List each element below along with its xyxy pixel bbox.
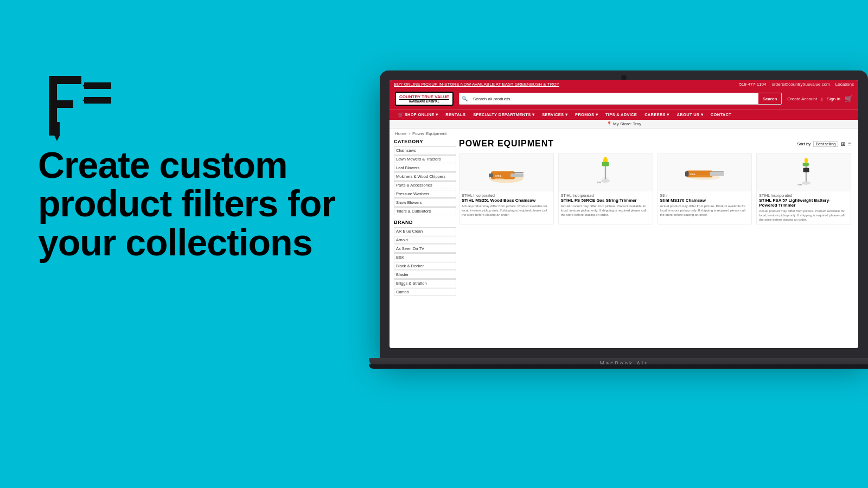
nav-about[interactable]: ABOUT US ▾	[674, 110, 706, 120]
svg-text:STIHL: STIHL	[495, 175, 502, 177]
breadcrumb: Home › Power Equipment	[390, 129, 858, 139]
brand-bk[interactable]: B&K	[394, 253, 456, 261]
filter-tillers[interactable]: Tillers & Cultivators	[394, 207, 456, 215]
brand-blaster[interactable]: Blaster	[394, 271, 456, 279]
breadcrumb-home[interactable]: Home	[395, 131, 406, 136]
laptop-camera	[621, 75, 627, 80]
svg-rect-26	[712, 171, 724, 172]
product-name-4: STIHL FSA 57 Lightweight Battery-Powered…	[759, 198, 848, 208]
svg-point-22	[601, 179, 610, 182]
product-image-4: STIHL	[757, 153, 851, 191]
sidebar: CATEGORY Chainsaws Lawn Mowers & Tractor…	[394, 139, 456, 300]
nav-careers[interactable]: CAREERS ▾	[641, 110, 672, 120]
product-name-1: STIHL MS251 Wood Boss Chainsaw	[462, 198, 551, 203]
sort-select[interactable]: Best selling	[813, 141, 838, 147]
chainsaw2-img: STIHL	[683, 156, 726, 189]
svg-marker-8	[54, 134, 60, 141]
filter-parts[interactable]: Parts & Accessories	[394, 181, 456, 189]
svg-point-34	[802, 181, 810, 184]
svg-rect-33	[803, 168, 809, 172]
products-grid: STIHL WoodBoss STIHL Incorporated STIHL …	[459, 153, 851, 224]
product-card-2[interactable]: STIHL STIHL Incorporated STIHL FS 56RCE …	[558, 153, 653, 224]
svg-rect-9	[84, 82, 111, 89]
svg-text:STIHL: STIHL	[690, 173, 696, 176]
main-content: POWER EQUIPMENT Sort by Best selling ⊞ ≡	[456, 139, 854, 300]
search-button[interactable]: Search	[758, 93, 782, 104]
email-address: orders@countrytruevalue.com	[771, 82, 829, 87]
product-desc-3: Actual product may differ from picture. …	[660, 204, 750, 217]
product-brand-2: STIHL Incorporated	[561, 194, 650, 197]
svg-point-29	[690, 175, 720, 180]
filter-lawn-mowers[interactable]: Lawn Mowers & Tractors	[394, 155, 456, 163]
nav-rentals[interactable]: RENTALS	[442, 110, 469, 120]
breadcrumb-category: Power Equipment	[412, 131, 446, 136]
product-brand-4: STIHL Incorporated	[759, 194, 848, 197]
svg-rect-13	[510, 174, 524, 177]
trimmer-img: STIHL	[584, 156, 627, 189]
navigation-bar: 🛒 SHOP ONLINE ▾ RENTALS SPECIALTY DEPART…	[390, 109, 858, 120]
product-info-1: STIHL Incorporated STIHL MS251 Wood Boss…	[459, 191, 553, 219]
filter-pressure-washers[interactable]: Pressure Washers	[394, 190, 456, 198]
grid-view-icon[interactable]: ⊞	[841, 141, 845, 147]
brand-camco[interactable]: Camco	[394, 288, 456, 296]
product-name-2: STIHL FS 56RCE Gas String Trimmer	[561, 198, 650, 203]
header-right: Create Account | Sign In 🛒	[787, 95, 853, 102]
brand-as-seen[interactable]: As Seen On TV	[394, 245, 456, 253]
svg-rect-10	[84, 97, 111, 104]
svg-point-31	[804, 158, 807, 163]
website-content: BUY ONLINE PICKUP IN-STORE NOW AVAILABLE…	[390, 80, 858, 348]
product-name-3: Stihl MS170 Chainsaw	[660, 198, 750, 203]
product-desc-4: Actual product may differ from picture. …	[759, 209, 848, 222]
laptop-body: BUY ONLINE PICKUP IN-STORE NOW AVAILABLE…	[380, 70, 868, 358]
svg-rect-27	[685, 171, 688, 177]
brand-ar-blue[interactable]: AR Blue Clean	[394, 227, 456, 235]
svg-rect-21	[602, 162, 609, 166]
filter-logo-icon	[38, 70, 141, 144]
laptop-mockup: BUY ONLINE PICKUP IN-STORE NOW AVAILABLE…	[380, 70, 868, 385]
svg-rect-1	[49, 76, 81, 84]
nav-promos[interactable]: PROMOS ▾	[572, 110, 601, 120]
site-header: Country True Value HARDWARE & RENTAL 🔍 S…	[390, 88, 858, 109]
laptop-bottom-bar	[369, 364, 868, 369]
brand-briggs[interactable]: Briggs & Stratton	[394, 279, 456, 287]
svg-rect-2	[49, 100, 73, 108]
product-info-3: Stihl Stihl MS170 Chainsaw Actual produc…	[658, 191, 752, 219]
left-content: Create custom product filters for your c…	[38, 70, 396, 262]
chainsaw-img: STIHL WoodBoss	[484, 156, 528, 189]
cart-icon[interactable]: 🛒	[845, 95, 853, 102]
nav-shop-online[interactable]: 🛒 SHOP ONLINE ▾	[395, 110, 441, 120]
brand-black-decker[interactable]: Black & Decker	[394, 262, 456, 270]
product-info-2: STIHL Incorporated STIHL FS 56RCE Gas St…	[559, 191, 653, 219]
search-bar: 🔍 Search all products... Search	[459, 93, 782, 105]
category-title: CATEGORY	[394, 139, 456, 144]
filter-chainsaws[interactable]: Chainsaws	[394, 146, 456, 155]
list-view-icon[interactable]: ≡	[848, 141, 851, 147]
product-card-4[interactable]: STIHL STIHL Incorporated STIHL FSA 57 Li…	[756, 153, 851, 224]
nav-services[interactable]: SERVICES ▾	[539, 110, 571, 120]
product-desc-1: Actual product may differ from picture. …	[462, 204, 551, 217]
logo-sub: HARDWARE & RENTAL	[399, 99, 449, 103]
page-header: POWER EQUIPMENT Sort by Best selling ⊞ ≡	[459, 139, 851, 149]
sort-bar: Sort by Best selling ⊞ ≡	[797, 141, 851, 147]
sign-in-link[interactable]: Sign In	[827, 97, 840, 101]
filter-snow-blowers[interactable]: Snow Blowers	[394, 198, 456, 207]
filter-leaf-blowers[interactable]: Leaf Blowers	[394, 164, 456, 172]
sort-label: Sort by	[797, 142, 810, 146]
create-account-link[interactable]: Create Account	[787, 97, 817, 101]
laptop-screen: BUY ONLINE PICKUP IN-STORE NOW AVAILABLE…	[390, 80, 858, 348]
headline-text: Create custom product filters for your c…	[38, 146, 396, 262]
nav-contact[interactable]: CONTACT	[707, 110, 735, 120]
battery-trimmer-img: STIHL	[782, 156, 826, 189]
nav-tips[interactable]: TIPS & ADVICE	[602, 110, 640, 120]
brand-arnold[interactable]: Arnold	[394, 236, 456, 244]
svg-text:STIHL: STIHL	[597, 182, 602, 184]
search-icon: 🔍	[459, 96, 470, 101]
promo-bar: BUY ONLINE PICKUP IN-STORE NOW AVAILABLE…	[390, 80, 858, 88]
product-info-4: STIHL Incorporated STIHL FSA 57 Lightwei…	[757, 191, 851, 224]
laptop-base: MacBook Air	[369, 358, 868, 369]
product-card-1[interactable]: STIHL WoodBoss STIHL Incorporated STIHL …	[459, 153, 554, 224]
nav-specialty[interactable]: SPECIALTY DEPARTMENTS ▾	[470, 110, 538, 120]
filter-mulchers[interactable]: Mulchers & Wood Chippers	[394, 172, 456, 181]
search-input[interactable]: Search all products...	[470, 95, 758, 102]
product-card-3[interactable]: STIHL Stihl Stihl MS170 Chainsaw Actual …	[658, 153, 752, 224]
